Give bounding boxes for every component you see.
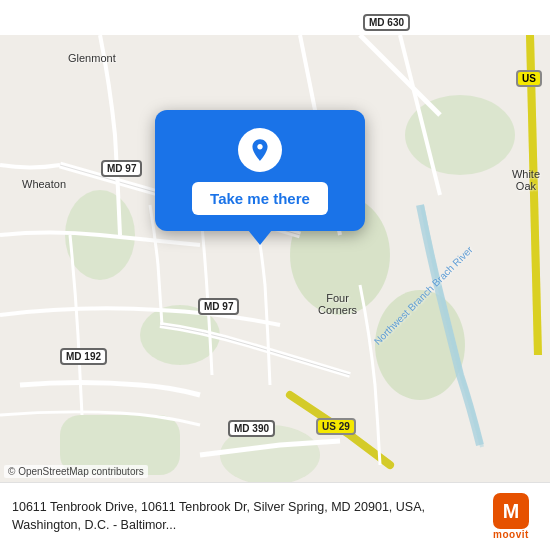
road-label-us29: US 29 [316,418,356,435]
place-label-whiteoak: WhiteOak [512,168,540,192]
road-label-md390: MD 390 [228,420,275,437]
place-label-glenmont: Glenmont [68,52,116,64]
road-label-us15: US [516,70,542,87]
moovit-label: moovit [493,529,529,540]
road-label-md97-2: MD 97 [198,298,239,315]
road-label-md192: MD 192 [60,348,107,365]
svg-point-6 [405,95,515,175]
place-label-fourcorners: FourCorners [318,292,357,316]
place-label-wheaton: Wheaton [22,178,66,190]
address-text: 10611 Tenbrook Drive, 10611 Tenbrook Dr,… [12,499,484,534]
svg-text:M: M [503,500,519,522]
moovit-logo[interactable]: M moovit [484,493,538,540]
map-callout: Take me there [155,110,365,231]
moovit-icon: M [493,493,529,529]
road-label-md97-1: MD 97 [101,160,142,177]
map-container: MD 97 MD 97 MD 192 MD 390 MD 630 US 29 U… [0,0,550,550]
take-me-there-button[interactable]: Take me there [192,182,328,215]
location-pin-circle [238,128,282,172]
osm-credit: © OpenStreetMap contributors [4,465,148,478]
address-bar: 10611 Tenbrook Drive, 10611 Tenbrook Dr,… [0,482,550,550]
road-label-md630: MD 630 [363,14,410,31]
location-pin-icon [247,137,273,163]
